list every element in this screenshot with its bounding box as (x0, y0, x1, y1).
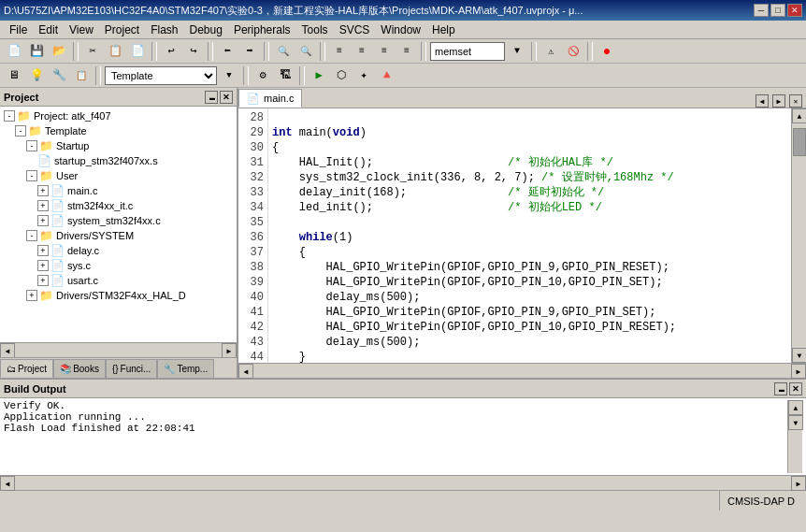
expand-main-c[interactable]: + (37, 185, 49, 196)
maximize-button[interactable]: □ (770, 4, 785, 17)
build-vscroll-up[interactable]: ▲ (788, 400, 803, 415)
close-button[interactable]: ✕ (787, 4, 802, 17)
editor-nav-left[interactable]: ◀ (756, 94, 769, 108)
tree-item-main-c[interactable]: + 📄 main.c (0, 183, 237, 198)
tb-save[interactable]: 💾 (26, 41, 47, 62)
tb-extra4[interactable]: ≡ (396, 41, 417, 62)
expand-root[interactable]: - (4, 110, 15, 122)
minimize-button[interactable]: ─ (754, 4, 769, 17)
tab-template[interactable]: 🔧 Temp... (157, 359, 214, 378)
hscroll-right[interactable]: ▶ (791, 364, 806, 379)
tb-extra2[interactable]: ≡ (352, 41, 372, 62)
tb-hex[interactable]: ⬡ (331, 65, 352, 86)
tb-search2[interactable]: 🔍 (295, 41, 316, 62)
template-select[interactable]: Template (105, 66, 217, 85)
build-hscroll-right[interactable]: ▶ (791, 476, 806, 491)
code-content[interactable]: int main(void) { HAL_Init(); /* 初始化HAL库 … (268, 108, 791, 363)
tb-sep-11 (299, 66, 305, 85)
tb-search1[interactable]: 🔍 (273, 41, 294, 62)
tb-drop[interactable]: ▼ (219, 65, 239, 86)
tb-settings[interactable]: ⚙ (252, 65, 273, 86)
expand-usart-c[interactable]: + (37, 275, 49, 286)
tb-circle[interactable]: ● (597, 41, 617, 62)
tree-item-delay-c[interactable]: + 📄 delay.c (0, 243, 237, 258)
tb-extra1[interactable]: ≡ (329, 41, 350, 62)
tree-item-startup-file[interactable]: 📄 startup_stm32f407xx.s (0, 153, 237, 168)
expand-system-c[interactable]: + (37, 215, 49, 226)
tb-search-go[interactable]: ▼ (507, 41, 527, 62)
tb-icon4[interactable]: 📋 (71, 65, 92, 86)
tree-item-drivers-hal[interactable]: + 📁 Drivers/STM32F4xx_HAL_D (0, 288, 237, 303)
expand-user[interactable]: - (26, 170, 37, 181)
tree-item-user-folder[interactable]: - 📁 User (0, 168, 237, 183)
menu-edit[interactable]: Edit (33, 22, 64, 38)
menu-debug[interactable]: Debug (184, 22, 228, 38)
tb-back[interactable]: ⬅ (217, 41, 237, 62)
vscroll-thumb[interactable] (793, 128, 806, 156)
editor-scrollbar-horizontal: ◀ ▶ (238, 363, 806, 378)
vscroll-down[interactable]: ▼ (792, 348, 806, 363)
search-input[interactable] (430, 42, 505, 61)
menu-window[interactable]: Window (375, 22, 426, 38)
build-hscroll-left[interactable]: ◀ (0, 476, 15, 491)
tb-warn[interactable]: ⚠ (540, 41, 561, 62)
tb-paste[interactable]: 📄 (127, 41, 148, 62)
vscroll-up[interactable]: ▲ (792, 108, 806, 123)
proj-hscroll-right[interactable]: ▶ (222, 343, 237, 358)
tb-undo[interactable]: ↩ (161, 41, 181, 62)
tb-redo[interactable]: ↪ (183, 41, 204, 62)
proj-hscroll-left[interactable]: ◀ (0, 343, 15, 358)
menu-help[interactable]: Help (426, 22, 461, 38)
menu-peripherals[interactable]: Peripherals (228, 22, 296, 38)
tree-item-it-c[interactable]: + 📄 stm32f4xx_it.c (0, 198, 237, 213)
menu-svcs[interactable]: SVCS (334, 22, 376, 38)
tb-cut[interactable]: ✂ (82, 41, 103, 62)
tb-icon2[interactable]: 💡 (26, 65, 47, 86)
editor-tab-main-c[interactable]: 📄 main.c (238, 89, 302, 108)
menu-file[interactable]: File (4, 22, 33, 38)
tree-item-startup-folder[interactable]: - 📁 Startup (0, 138, 237, 153)
tree-item-template[interactable]: - 📁 Template (0, 123, 237, 138)
menu-view[interactable]: View (64, 22, 99, 38)
build-pin-button[interactable]: 🗕 (774, 382, 787, 395)
editor-nav-right[interactable]: ▶ (772, 94, 785, 108)
build-close-button[interactable]: ✕ (789, 382, 802, 395)
tb-extra3[interactable]: ≡ (374, 41, 395, 62)
expand-delay-c[interactable]: + (37, 245, 49, 256)
project-close-button[interactable]: ✕ (220, 91, 233, 104)
tree-item-usart-c[interactable]: + 📄 usart.c (0, 273, 237, 288)
expand-template[interactable]: - (15, 125, 26, 137)
project-pin-button[interactable]: 🗕 (205, 91, 218, 104)
tree-item-root[interactable]: - 📁 Project: atk_f407 (0, 108, 237, 123)
tb-icon3[interactable]: 🔧 (49, 65, 69, 86)
tb-triangle[interactable]: 🔺 (376, 65, 396, 86)
menu-project[interactable]: Project (99, 22, 145, 38)
tb-open[interactable]: 📂 (49, 41, 69, 62)
tb-star[interactable]: ✦ (353, 65, 374, 86)
vscroll-track[interactable] (792, 123, 806, 348)
menu-flash[interactable]: Flash (145, 22, 183, 38)
hscroll-track[interactable] (253, 364, 791, 378)
expand-sys-c[interactable]: + (37, 260, 49, 271)
tb-copy[interactable]: 📋 (105, 41, 125, 62)
expand-it-c[interactable]: + (37, 200, 49, 211)
build-vscroll-down[interactable]: ▼ (788, 415, 803, 430)
tb-new[interactable]: 📄 (4, 41, 24, 62)
tb-icon1[interactable]: 🖥 (4, 65, 24, 86)
tree-item-system-c[interactable]: + 📄 system_stm32f4xx.c (0, 213, 237, 228)
editor-close[interactable]: ✕ (789, 94, 802, 108)
menu-tools[interactable]: Tools (296, 22, 334, 38)
expand-startup[interactable]: - (26, 140, 37, 151)
tab-books[interactable]: 📚 Books (53, 359, 106, 378)
tree-item-drivers-system[interactable]: - 📁 Drivers/SYSTEM (0, 228, 237, 243)
hscroll-left[interactable]: ◀ (238, 364, 253, 379)
tab-functions[interactable]: {} Funci... (106, 359, 157, 378)
expand-drivers-sys[interactable]: - (26, 230, 37, 241)
tab-project[interactable]: 🗂 Project (0, 359, 53, 378)
tb-forward[interactable]: ➡ (239, 41, 260, 62)
expand-drivers-hal[interactable]: + (26, 290, 37, 301)
tb-run[interactable]: ▶ (309, 65, 329, 86)
tree-item-sys-c[interactable]: + 📄 sys.c (0, 258, 237, 273)
tb-err[interactable]: 🚫 (563, 41, 583, 62)
tb-build[interactable]: 🏗 (275, 65, 295, 86)
